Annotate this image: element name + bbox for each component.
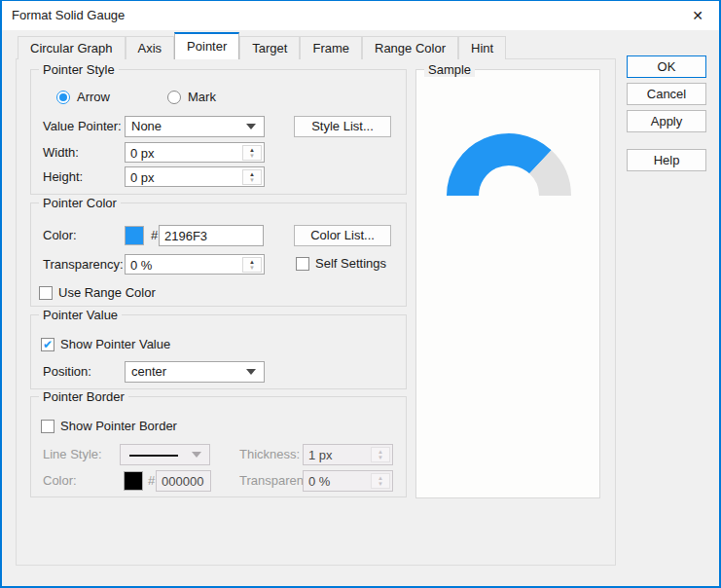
position-dropdown[interactable]: center	[125, 361, 265, 383]
style-list-button-label: Style List...	[311, 119, 374, 133]
self-settings-label: Self Settings	[315, 253, 386, 275]
transparency-label: Transparency:	[43, 254, 124, 276]
tab-label: Target	[252, 41, 287, 55]
mark-radio-label: Mark	[188, 87, 216, 108]
format-solid-gauge-dialog: Format Solid Gauge ✕ Circular Graph Axis…	[0, 0, 721, 588]
group-legend: Pointer Style	[39, 62, 119, 77]
group-legend: Pointer Value	[39, 308, 122, 322]
sample-group: Sample	[415, 69, 600, 498]
apply-button-label: Apply	[651, 114, 683, 129]
value-pointer-label: Value Pointer:	[43, 116, 122, 137]
apply-button[interactable]: Apply	[627, 110, 706, 132]
position-value: center	[131, 362, 166, 382]
spin-down-icon[interactable]: ▼	[249, 153, 255, 159]
spin-down-icon[interactable]: ▼	[249, 265, 255, 271]
tab-label: Hint	[471, 41, 493, 55]
width-spinner[interactable]: ▲▼	[125, 142, 265, 163]
pointer-color-hex-field[interactable]	[159, 225, 264, 246]
tab-range-color[interactable]: Range Color	[362, 36, 458, 59]
tab-hint[interactable]: Hint	[458, 36, 506, 59]
color-list-button[interactable]: Color List...	[294, 225, 391, 246]
dialog-title: Format Solid Gauge	[12, 8, 125, 22]
pointer-value-group: Pointer Value Show Pointer Value Positio…	[30, 314, 407, 389]
spinner-buttons[interactable]: ▲▼	[242, 145, 262, 161]
group-legend: Pointer Color	[39, 196, 121, 210]
tab-label: Axis	[138, 41, 162, 55]
sample-gauge	[446, 132, 572, 197]
tab-label: Circular Graph	[30, 41, 113, 55]
mark-radio[interactable]	[167, 91, 181, 104]
pointer-border-group: Pointer Border Show Pointer Border Line …	[30, 396, 407, 497]
width-input[interactable]	[130, 143, 243, 163]
thickness-label: Thickness:	[239, 444, 300, 465]
tab-target[interactable]: Target	[239, 36, 300, 59]
tab-circular-graph[interactable]: Circular Graph	[18, 36, 126, 59]
spin-down-icon[interactable]: ▼	[249, 177, 255, 183]
use-range-color-checkbox[interactable]	[39, 286, 53, 300]
group-legend: Sample	[424, 62, 475, 77]
ok-button[interactable]: OK	[627, 55, 706, 78]
hash-sign: #	[151, 225, 158, 246]
cancel-button-label: Cancel	[647, 87, 686, 101]
arrow-radio[interactable]	[56, 91, 70, 104]
spinner-buttons: ▲▼	[371, 473, 390, 489]
line-style-label: Line Style:	[43, 444, 102, 465]
tab-label: Pointer	[187, 39, 227, 54]
style-list-button[interactable]: Style List...	[294, 116, 391, 137]
value-pointer-dropdown[interactable]: None	[125, 116, 265, 137]
chevron-down-icon	[192, 452, 201, 458]
border-color-hex-field	[156, 470, 211, 492]
value-pointer-value: None	[131, 117, 162, 136]
spinner-buttons[interactable]: ▲▼	[242, 169, 262, 185]
self-settings-checkbox[interactable]	[296, 257, 309, 271]
spin-down-icon: ▼	[378, 455, 383, 460]
spinner-buttons: ▲▼	[371, 447, 390, 462]
border-color-label: Color:	[43, 470, 77, 492]
spinner-buttons[interactable]: ▲▼	[242, 257, 262, 273]
color-label: Color:	[43, 225, 77, 246]
thickness-input	[308, 445, 372, 464]
help-button-label: Help	[654, 153, 680, 167]
border-transparency-spinner: ▲▼	[303, 470, 393, 492]
tab-label: Frame	[312, 41, 349, 55]
close-icon[interactable]: ✕	[688, 6, 707, 25]
transparency-input[interactable]	[130, 255, 243, 275]
line-style-dropdown	[120, 444, 210, 465]
cancel-button[interactable]: Cancel	[627, 83, 706, 105]
pointer-color-group: Pointer Color Color: # Color List... Tra…	[30, 202, 407, 307]
use-range-color-label: Use Range Color	[58, 282, 156, 304]
pointer-color-hex-input[interactable]	[164, 226, 260, 245]
arrow-radio-label: Arrow	[77, 87, 110, 108]
show-pointer-border-label: Show Pointer Border	[60, 416, 177, 437]
border-color-swatch	[124, 471, 143, 491]
height-input[interactable]	[130, 167, 243, 187]
solid-line-icon	[129, 455, 178, 457]
pointer-tab-panel: Pointer Style Arrow Mark Value Pointer: …	[16, 58, 616, 566]
tab-strip: Circular Graph Axis Pointer Target Frame…	[18, 32, 506, 59]
chevron-down-icon	[246, 124, 256, 129]
group-legend: Pointer Border	[39, 389, 128, 404]
tab-pointer[interactable]: Pointer	[174, 32, 239, 59]
show-pointer-value-checkbox[interactable]	[41, 338, 54, 351]
width-label: Width:	[43, 142, 79, 164]
ok-button-label: OK	[658, 59, 676, 74]
pointer-style-group: Pointer Style Arrow Mark Value Pointer: …	[30, 69, 407, 195]
position-label: Position:	[43, 361, 91, 383]
show-pointer-value-label: Show Pointer Value	[60, 334, 170, 355]
transparency-spinner[interactable]: ▲▼	[125, 254, 265, 275]
help-button[interactable]: Help	[627, 149, 706, 171]
tab-axis[interactable]: Axis	[126, 36, 175, 59]
thickness-spinner: ▲▼	[303, 444, 393, 465]
tab-label: Range Color	[375, 41, 446, 55]
show-pointer-border-checkbox[interactable]	[41, 420, 54, 433]
height-spinner[interactable]: ▲▼	[125, 166, 265, 187]
border-color-hex-input	[162, 471, 207, 491]
chevron-down-icon	[246, 369, 256, 375]
pointer-color-swatch[interactable]	[125, 226, 144, 245]
hash-sign: #	[148, 470, 155, 492]
border-transparency-input	[308, 471, 372, 491]
color-list-button-label: Color List...	[310, 228, 375, 242]
titlebar: Format Solid Gauge ✕	[2, 1, 719, 30]
tab-frame[interactable]: Frame	[300, 36, 362, 59]
height-label: Height:	[43, 166, 83, 188]
